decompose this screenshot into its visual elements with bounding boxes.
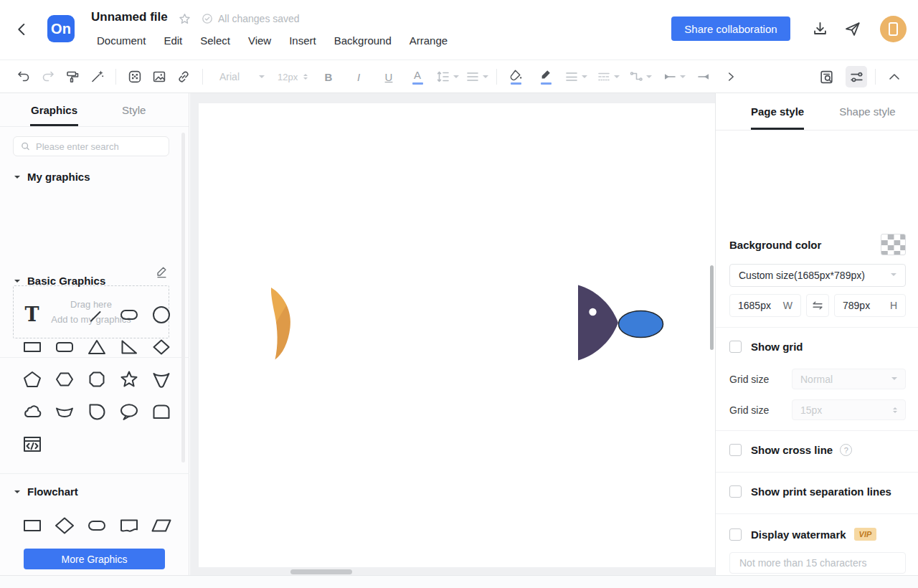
shape-text-icon[interactable]: T <box>16 298 48 331</box>
text-align-select[interactable] <box>465 66 488 87</box>
collapse-toolbar-icon[interactable] <box>884 66 905 87</box>
shape-cone-icon[interactable] <box>145 363 177 395</box>
width-field[interactable]: W <box>729 294 801 317</box>
swap-dimensions-icon[interactable] <box>806 294 829 317</box>
shape-diamond-icon[interactable] <box>145 331 177 363</box>
undo-icon[interactable] <box>13 66 34 87</box>
graphics-search[interactable] <box>13 136 169 156</box>
show-cross-line-checkbox[interactable] <box>729 444 742 456</box>
shape-rounded-rectangle-icon[interactable] <box>48 331 80 363</box>
shape-cloud-icon[interactable] <box>16 395 48 427</box>
canvas-page[interactable] <box>199 103 710 567</box>
arrow-start-select[interactable] <box>662 66 686 87</box>
underline-button[interactable]: U <box>378 66 399 87</box>
shape-process-icon[interactable] <box>16 509 48 541</box>
format-panel-toggle-icon[interactable] <box>846 66 867 87</box>
shape-sticky-note-icon[interactable] <box>48 298 80 331</box>
shape-document-icon[interactable] <box>113 509 145 541</box>
more-graphics-button[interactable]: More Graphics <box>24 549 165 569</box>
shape-terminator-icon[interactable] <box>80 509 113 541</box>
processon-logo[interactable]: On <box>47 15 75 42</box>
shape-decision-icon[interactable] <box>48 509 80 541</box>
line-spacing-select[interactable] <box>435 66 459 87</box>
font-size-stepper[interactable]: 12px <box>278 72 308 82</box>
format-painter-icon[interactable] <box>62 66 83 87</box>
link-icon[interactable] <box>173 66 194 87</box>
width-input[interactable] <box>738 300 780 311</box>
shape-pentagon-icon[interactable] <box>16 363 48 395</box>
shape-right-triangle-icon[interactable] <box>113 331 145 363</box>
canvas-hscrollbar-thumb[interactable] <box>290 569 352 574</box>
image-icon[interactable] <box>148 66 170 87</box>
toolbar-expand-icon[interactable] <box>720 66 742 87</box>
pattern-fill-icon[interactable] <box>124 66 146 87</box>
shape-curved-trapezoid-icon[interactable] <box>48 395 80 427</box>
half-lens-shape[interactable] <box>578 285 618 361</box>
line-width-select[interactable] <box>564 66 587 87</box>
basic-graphics-header[interactable]: Basic Graphics <box>14 275 105 287</box>
tab-style[interactable]: Style <box>122 93 146 126</box>
italic-button[interactable]: I <box>348 66 369 87</box>
send-icon[interactable] <box>843 20 861 38</box>
shape-code-block-icon[interactable] <box>16 427 48 460</box>
stepper-icons[interactable] <box>893 405 897 415</box>
fill-color-button[interactable] <box>505 66 526 87</box>
shape-hexagon-icon[interactable] <box>48 363 80 395</box>
sidebar-scrollbar[interactable] <box>181 133 185 463</box>
collapse-triangle-icon[interactable] <box>14 280 20 285</box>
shape-parallelogram-icon[interactable] <box>145 509 177 541</box>
font-family-select[interactable]: Arial <box>219 71 265 82</box>
stroke-color-button[interactable] <box>535 66 557 87</box>
crescent-shape[interactable] <box>271 288 290 360</box>
menu-edit[interactable]: Edit <box>164 34 182 47</box>
watermark-text-input[interactable] <box>729 552 906 574</box>
document-title[interactable]: Unnamed file <box>91 10 168 24</box>
height-input[interactable] <box>843 300 884 311</box>
edit-pencil-icon[interactable] <box>155 265 168 278</box>
connector-style-select[interactable] <box>628 66 652 87</box>
collapse-triangle-icon[interactable] <box>14 490 20 496</box>
magic-wand-icon[interactable] <box>86 66 108 87</box>
menu-view[interactable]: View <box>248 34 271 47</box>
canvas-vscrollbar-thumb[interactable] <box>710 265 714 350</box>
ellipse-shape[interactable] <box>619 311 663 338</box>
my-graphics-header[interactable]: My graphics <box>14 171 90 183</box>
grid-size-input[interactable]: 15px <box>792 399 906 420</box>
shape-stadium-icon[interactable] <box>113 298 145 331</box>
menu-insert[interactable]: Insert <box>289 34 316 47</box>
flowchart-header[interactable]: Flowchart <box>14 485 78 498</box>
user-avatar[interactable] <box>880 16 907 42</box>
show-print-lines-checkbox[interactable] <box>729 485 742 498</box>
page-size-select[interactable]: Custom size(1685px*789px) <box>729 264 906 287</box>
menu-background[interactable]: Background <box>334 34 392 47</box>
share-collaboration-button[interactable]: Share collaboration <box>671 16 790 41</box>
shape-octagon-icon[interactable] <box>80 363 113 395</box>
tab-page-style[interactable]: Page style <box>751 93 804 130</box>
shape-rectangle-icon[interactable] <box>16 331 48 363</box>
shape-star-icon[interactable] <box>113 363 145 395</box>
download-icon[interactable] <box>811 20 829 38</box>
shape-arch-rectangle-icon[interactable] <box>145 395 177 427</box>
collapse-triangle-icon[interactable] <box>14 176 20 181</box>
background-color-swatch[interactable] <box>881 234 906 255</box>
tab-shape-style[interactable]: Shape style <box>839 93 895 130</box>
shape-callout-icon[interactable] <box>113 395 145 427</box>
find-replace-icon[interactable] <box>815 66 837 87</box>
search-input[interactable] <box>36 141 162 152</box>
stepper-icons[interactable] <box>303 72 308 82</box>
height-field[interactable]: H <box>834 294 906 317</box>
menu-document[interactable]: Document <box>97 34 146 47</box>
bold-button[interactable]: B <box>318 66 339 87</box>
grid-style-select[interactable]: Normal <box>792 369 906 389</box>
display-watermark-checkbox[interactable] <box>729 528 742 541</box>
back-icon[interactable] <box>13 20 32 39</box>
shape-teardrop-icon[interactable] <box>80 395 113 427</box>
line-style-select[interactable] <box>596 66 620 87</box>
favorite-star-icon[interactable] <box>178 12 191 26</box>
show-grid-checkbox[interactable] <box>729 341 742 353</box>
help-icon[interactable]: ? <box>840 444 852 456</box>
shape-circle-icon[interactable] <box>145 298 177 331</box>
shape-arrow-icon[interactable] <box>80 298 113 331</box>
tab-graphics[interactable]: Graphics <box>31 93 77 126</box>
arrow-end-button[interactable] <box>693 66 714 87</box>
